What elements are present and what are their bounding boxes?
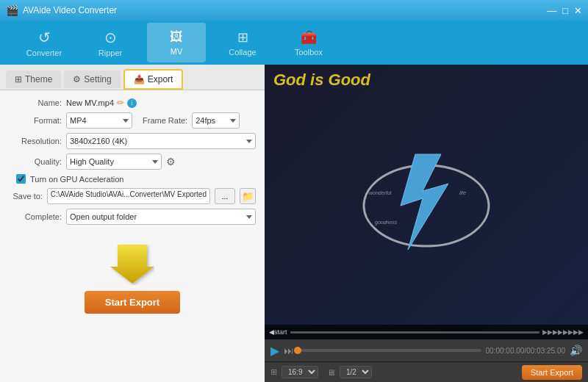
aspect-select[interactable]: 16:9 <box>282 366 318 378</box>
tab-theme[interactable]: ⊞ Theme <box>6 71 61 88</box>
left-panel: ⊞ Theme ⚙ Setting 📤 Export Name: New MV.… <box>0 65 265 382</box>
nav-item-ripper[interactable]: ⊙ Ripper <box>81 23 140 62</box>
converter-icon: ↺ <box>38 29 51 46</box>
export-tab-icon: 📤 <box>134 74 145 84</box>
minimize-btn[interactable]: — <box>547 5 556 16</box>
settings-form: Name: New MV.mp4 ✏ i Format: MP4 Frame R… <box>0 90 265 232</box>
progress-thumb <box>294 347 301 354</box>
format-framerate-row: Format: MP4 Frame Rate: 24fps <box>9 112 256 129</box>
nav-label-converter: Converter <box>26 48 62 57</box>
setting-tab-icon: ⚙ <box>73 74 81 84</box>
nav-label-toolbox: Toolbox <box>295 48 323 57</box>
app-title: AVAide Video Converter <box>23 5 547 15</box>
quality-settings-btn[interactable]: ⚙ <box>166 156 176 167</box>
preview-area: God is Good wonderful life goodness ◀sta… <box>265 65 588 339</box>
title-bar: 🎬 AVAide Video Converter — □ ✕ <box>0 0 588 21</box>
complete-row: Complete: Open output folder <box>9 209 256 225</box>
ripper-icon: ⊙ <box>104 29 117 46</box>
start-export-right-button[interactable]: Start Export <box>522 365 582 380</box>
nav-label-collage: Collage <box>229 48 256 57</box>
progress-bar[interactable] <box>298 349 481 352</box>
volume-btn[interactable]: 🔊 <box>570 345 582 356</box>
nav-label-mv: MV <box>171 47 183 56</box>
time-current: 00:00:00.00 <box>486 347 525 355</box>
save-label: Save to: <box>9 192 43 201</box>
collage-icon: ⊞ <box>237 29 248 46</box>
resolution-row: Resolution: 3840x2160 (4K) <box>9 133 256 149</box>
framerate-select[interactable]: 24fps <box>192 112 240 129</box>
playback-bar: ▶ ⏭ 00:00:00.00/00:03:25.00 🔊 <box>265 339 588 361</box>
svg-text:goodness: goodness <box>375 220 398 226</box>
right-panel: God is Good wonderful life goodness ◀sta… <box>265 65 588 382</box>
controls-bar: ⊞ 16:9 🖥 1/2 Start Export <box>265 361 588 382</box>
main-content: ⊞ Theme ⚙ Setting 📤 Export Name: New MV.… <box>0 65 588 382</box>
complete-select[interactable]: Open output folder <box>66 209 256 225</box>
info-icon[interactable]: i <box>127 98 137 108</box>
toolbox-icon: 🧰 <box>301 29 317 46</box>
time-total: 00:03:25.00 <box>526 347 565 355</box>
save-path: C:\AVAide Studio\AVAi...Converter\MV Exp… <box>47 188 210 204</box>
framerate-label: Frame Rate: <box>143 116 187 125</box>
play-button[interactable]: ▶ <box>270 344 279 358</box>
svg-marker-0 <box>110 245 154 284</box>
nav-item-mv[interactable]: 🖼 MV <box>147 23 206 62</box>
nav-item-converter[interactable]: ↺ Converter <box>15 23 74 62</box>
nav-item-collage[interactable]: ⊞ Collage <box>213 23 272 62</box>
gpu-checkbox[interactable] <box>16 174 26 184</box>
browse-btn[interactable]: ... <box>215 188 235 204</box>
quality-select[interactable]: High Quality <box>66 154 162 170</box>
name-row: Name: New MV.mp4 ✏ i <box>9 98 256 108</box>
edit-icon[interactable]: ✏ <box>117 98 124 108</box>
preview-title: God is Good <box>273 71 370 90</box>
quality-label: Quality: <box>9 157 62 166</box>
tab-export[interactable]: 📤 Export <box>123 69 184 90</box>
svg-text:life: life <box>459 190 466 195</box>
resolution-label: Resolution: <box>9 137 62 145</box>
theme-tab-label: Theme <box>25 74 52 84</box>
tab-bar: ⊞ Theme ⚙ Setting 📤 Export <box>0 65 265 90</box>
nav-label-ripper: Ripper <box>98 48 122 57</box>
mv-icon: 🖼 <box>170 29 183 45</box>
nav-item-toolbox[interactable]: 🧰 Toolbox <box>279 23 338 62</box>
name-label: Name: <box>9 98 62 107</box>
ratio-select[interactable]: 1/2 <box>340 366 372 378</box>
down-arrow-icon <box>110 241 154 285</box>
step-forward-btn[interactable]: ⏭ <box>284 345 293 356</box>
gpu-row: Turn on GPU Acceleration <box>9 174 256 184</box>
save-row: Save to: C:\AVAide Studio\AVAi...Convert… <box>9 188 256 204</box>
save-controls: C:\AVAide Studio\AVAi...Converter\MV Exp… <box>47 188 256 204</box>
theme-tab-icon: ⊞ <box>15 74 22 84</box>
nav-bar: ↺ Converter ⊙ Ripper 🖼 MV ⊞ Collage 🧰 To… <box>0 21 588 65</box>
svg-text:wonderful: wonderful <box>369 190 392 195</box>
quality-row: Quality: High Quality ⚙ <box>9 154 256 170</box>
setting-tab-label: Setting <box>84 74 111 84</box>
tab-setting[interactable]: ⚙ Setting <box>64 71 120 88</box>
start-export-button[interactable]: Start Export <box>85 291 180 314</box>
format-label: Format: <box>9 116 62 125</box>
complete-label: Complete: <box>9 212 62 221</box>
app-icon: 🎬 <box>6 4 18 16</box>
open-folder-btn[interactable]: 📁 <box>240 188 256 204</box>
maximize-btn[interactable]: □ <box>562 5 568 16</box>
gpu-label: Turn on GPU Acceleration <box>30 175 123 184</box>
resolution-select[interactable]: 3840x2160 (4K) <box>66 133 256 149</box>
time-display: 00:00:00.00/00:03:25.00 <box>486 347 565 355</box>
window-controls: — □ ✕ <box>547 5 582 16</box>
name-wrapper: New MV.mp4 ✏ i <box>66 98 256 108</box>
format-select[interactable]: MP4 <box>66 112 132 129</box>
svg-marker-2 <box>401 154 448 250</box>
close-btn[interactable]: ✕ <box>574 5 582 16</box>
name-value: New MV.mp4 <box>66 98 114 107</box>
export-tab-label: Export <box>148 74 173 84</box>
export-section: Start Export <box>0 232 265 320</box>
lightning-graphic: wonderful life goodness <box>353 140 500 264</box>
